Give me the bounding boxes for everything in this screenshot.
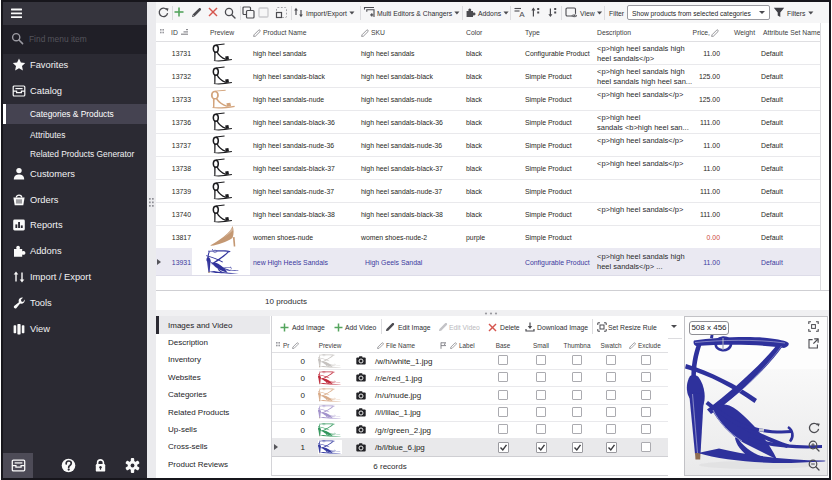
svg-text:A: A <box>519 10 525 18</box>
